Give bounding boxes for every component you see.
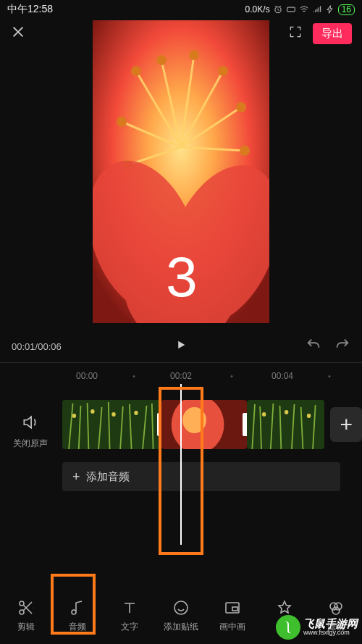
clip-handle[interactable] xyxy=(157,413,161,436)
playhead[interactable] xyxy=(180,384,182,545)
time-total: 00:06 xyxy=(38,341,62,352)
time-current: 00:01 xyxy=(12,341,35,352)
ruler-tick xyxy=(231,375,233,377)
mute-label: 关闭原声 xyxy=(7,438,54,450)
text-icon xyxy=(121,599,138,616)
hd-icon xyxy=(286,4,296,14)
svg-point-50 xyxy=(307,414,311,418)
svg-point-52 xyxy=(20,610,24,614)
svg-point-39 xyxy=(182,407,206,433)
svg-point-13 xyxy=(156,55,167,65)
sticker-icon xyxy=(172,599,190,616)
add-audio-button[interactable]: + 添加音频 xyxy=(62,462,340,491)
svg-point-12 xyxy=(131,66,141,76)
svg-point-48 xyxy=(262,412,266,417)
star-icon xyxy=(276,599,293,616)
clip-row: + xyxy=(62,400,362,449)
close-button[interactable] xyxy=(10,24,26,43)
svg-point-33 xyxy=(72,414,76,418)
svg-rect-55 xyxy=(232,607,237,611)
redo-button[interactable] xyxy=(334,337,350,356)
alarm-icon xyxy=(273,4,283,14)
svg-point-17 xyxy=(240,146,250,156)
watermark-logo xyxy=(276,615,300,640)
tool-audio[interactable]: 音频 xyxy=(51,599,103,633)
svg-point-57 xyxy=(334,603,342,610)
svg-point-49 xyxy=(285,410,288,414)
video-preview[interactable]: 3 xyxy=(93,20,269,323)
svg-point-15 xyxy=(218,66,228,76)
music-note-icon xyxy=(69,599,86,616)
clip-handle[interactable] xyxy=(243,413,247,436)
battery-indicator: 16 xyxy=(338,4,355,15)
svg-point-34 xyxy=(90,409,94,414)
countdown-overlay: 3 xyxy=(166,244,195,310)
tool-label: 文字 xyxy=(121,621,138,633)
ruler-tick xyxy=(133,375,135,377)
ruler-label: 00:00 xyxy=(76,371,98,381)
scissors-icon xyxy=(17,599,35,616)
status-time: 中午12:58 xyxy=(7,3,53,16)
svg-point-58 xyxy=(332,607,340,614)
video-clip[interactable] xyxy=(161,400,247,449)
tool-edit[interactable]: 剪辑 xyxy=(0,599,51,633)
fullscreen-button[interactable] xyxy=(288,25,303,42)
svg-rect-1 xyxy=(287,7,295,12)
wifi-icon xyxy=(299,4,309,14)
watermark: 飞鼠手游网 www.fsxtgy.com xyxy=(276,615,358,640)
play-button[interactable] xyxy=(174,338,188,354)
watermark-title: 飞鼠手游网 xyxy=(303,618,358,630)
tool-label: 添加贴纸 xyxy=(164,621,198,633)
svg-point-36 xyxy=(134,411,138,415)
status-bar: 中午12:58 0.0K/s 16 xyxy=(0,0,362,19)
status-right: 0.0K/s 16 xyxy=(245,4,355,15)
add-clip-button[interactable]: + xyxy=(330,407,362,442)
tool-label: 剪辑 xyxy=(17,621,35,633)
ruler-tick xyxy=(329,375,331,377)
tool-label: 画中画 xyxy=(219,621,245,633)
undo-button[interactable] xyxy=(306,337,321,356)
divider xyxy=(0,362,362,363)
export-button[interactable]: 导出 xyxy=(313,23,352,44)
add-audio-label: 添加音频 xyxy=(86,470,130,484)
tool-pip[interactable]: 画中画 xyxy=(207,599,258,633)
svg-point-14 xyxy=(189,50,199,60)
tool-sticker[interactable]: 添加贴纸 xyxy=(155,599,206,633)
bolt-icon xyxy=(325,4,335,14)
tool-label: 音频 xyxy=(69,621,86,633)
video-editor-app: 中午12:58 0.0K/s 16 导出 xyxy=(0,0,362,644)
timecode: 00:01/00:06 xyxy=(12,341,62,352)
signal-icon xyxy=(312,4,322,14)
pip-icon xyxy=(224,599,241,616)
ruler-label: 00:04 xyxy=(272,371,293,381)
svg-point-16 xyxy=(236,102,246,112)
tool-text[interactable]: 文字 xyxy=(104,599,155,633)
playback-controls: 00:01/00:06 xyxy=(0,330,362,362)
ruler-label: 00:02 xyxy=(170,371,192,381)
video-clip[interactable] xyxy=(247,400,324,449)
status-net: 0.0K/s xyxy=(245,4,270,14)
watermark-url: www.fsxtgy.com xyxy=(303,630,358,636)
svg-point-18 xyxy=(117,117,127,127)
svg-point-53 xyxy=(174,601,188,614)
plus-icon: + xyxy=(72,469,80,485)
svg-point-35 xyxy=(111,412,115,417)
mute-original-button[interactable]: 关闭原声 xyxy=(7,413,54,450)
video-clip[interactable] xyxy=(62,400,161,449)
svg-point-51 xyxy=(20,601,24,606)
filter-icon xyxy=(327,599,345,616)
